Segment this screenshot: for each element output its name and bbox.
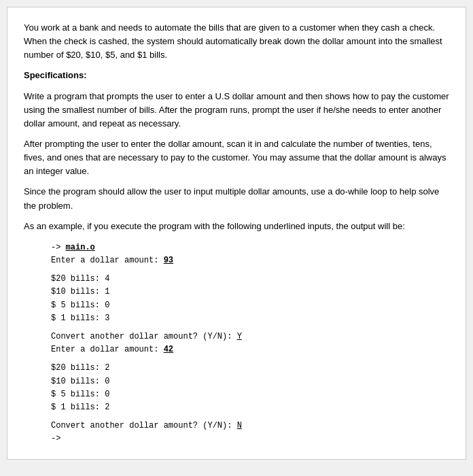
input-42: 42: [164, 345, 173, 354]
code-output-block: -> main.o Enter a dollar amount: 93 $20 …: [24, 241, 449, 446]
main-container: You work at a bank and needs to automate…: [7, 7, 466, 460]
code-line-5bills-2: $ 5 bills: 0: [51, 388, 449, 401]
description-section: You work at a bank and needs to automate…: [24, 21, 449, 233]
code-line-convert-2: Convert another dollar amount? (Y/N): N: [51, 420, 449, 432]
code-line-enter-amount-2: Enter a dollar amount: 42: [51, 343, 449, 356]
code-line-1bills-1: $ 1 bills: 3: [51, 312, 449, 325]
code-line-end-prompt: ->: [51, 432, 449, 445]
main-o-label: main.o: [66, 243, 95, 252]
input-93: 93: [164, 256, 173, 265]
paragraph-4: After prompting the user to enter the do…: [24, 137, 449, 178]
paragraph-6: As an example, if you execute the progra…: [24, 220, 449, 233]
code-line-20bills-2: $20 bills: 2: [51, 362, 449, 375]
code-line-convert-1: Convert another dollar amount? (Y/N): Y: [51, 330, 449, 343]
code-line-10bills-1: $10 bills: 1: [51, 286, 449, 299]
paragraph-1: You work at a bank and needs to automate…: [24, 21, 449, 62]
code-line-20bills-1: $20 bills: 4: [51, 273, 449, 286]
code-line-enter-amount-1: Enter a dollar amount: 93: [51, 254, 449, 267]
code-line-1bills-2: $ 1 bills: 2: [51, 401, 449, 414]
input-y: Y: [237, 332, 242, 341]
paragraph-3: Write a program that prompts the user to…: [24, 90, 449, 131]
code-line-5bills-1: $ 5 bills: 0: [51, 299, 449, 312]
specifications-label: Specifications:: [24, 70, 86, 80]
input-n: N: [237, 421, 242, 430]
code-prompt-line: -> main.o: [51, 241, 449, 254]
paragraph-2: Specifications:: [24, 69, 449, 82]
paragraph-5: Since the program should allow the user …: [24, 185, 449, 212]
code-line-10bills-2: $10 bills: 0: [51, 375, 449, 388]
